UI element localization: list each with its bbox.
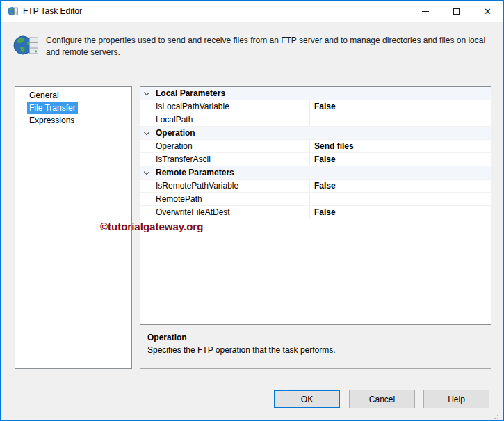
title-bar: FTP Task Editor ✕ bbox=[1, 1, 503, 22]
property-row[interactable]: OverwriteFileAtDestFalse bbox=[140, 206, 491, 219]
property-row[interactable]: OperationSend files bbox=[140, 140, 491, 153]
help-description: Specifies the FTP operation that the tas… bbox=[147, 345, 484, 355]
maximize-button[interactable] bbox=[441, 1, 472, 22]
help-button[interactable]: Help bbox=[423, 390, 489, 408]
category-label: Operation bbox=[153, 128, 195, 138]
sidebar-item-label: Expressions bbox=[27, 115, 76, 127]
property-value[interactable]: False bbox=[309, 180, 491, 192]
property-value[interactable]: False bbox=[309, 206, 491, 219]
category-gutter bbox=[140, 93, 153, 95]
sidebar-item-label: File Transfer bbox=[27, 102, 78, 114]
sidebar-item-general[interactable]: General bbox=[27, 90, 131, 102]
ftp-globe-icon bbox=[7, 6, 18, 17]
minimize-button[interactable] bbox=[409, 1, 441, 22]
property-row[interactable]: IsTransferAsciiFalse bbox=[140, 153, 491, 166]
property-name: RemotePath bbox=[153, 194, 309, 204]
ok-button[interactable]: OK bbox=[274, 390, 340, 408]
sidebar-item-label: General bbox=[27, 90, 61, 102]
dialog-header: Configure the properties used to send an… bbox=[13, 33, 499, 58]
property-name: Operation bbox=[153, 141, 309, 151]
property-row[interactable]: LocalPath bbox=[140, 113, 491, 127]
chevron-down-icon[interactable] bbox=[144, 89, 149, 95]
property-value[interactable]: False bbox=[309, 153, 491, 166]
property-name: IsRemotePathVariable bbox=[153, 181, 309, 191]
maximize-icon bbox=[453, 8, 460, 15]
property-value[interactable] bbox=[309, 193, 491, 205]
property-grid: Local ParametersIsLocalPathVariableFalse… bbox=[140, 86, 491, 325]
property-value[interactable]: False bbox=[309, 100, 491, 113]
sidebar-item-expressions[interactable]: Expressions bbox=[27, 115, 131, 127]
globe-server-icon bbox=[13, 33, 39, 58]
category-row[interactable]: Operation bbox=[140, 127, 491, 140]
category-gutter bbox=[140, 132, 153, 134]
property-row[interactable]: IsLocalPathVariableFalse bbox=[140, 100, 491, 113]
dialog-description: Configure the properties used to send an… bbox=[46, 33, 499, 58]
chevron-down-icon[interactable] bbox=[144, 168, 149, 174]
minimize-icon bbox=[422, 11, 429, 12]
resize-grip[interactable] bbox=[497, 415, 498, 416]
close-icon: ✕ bbox=[484, 7, 491, 16]
property-name: IsLocalPathVariable bbox=[153, 102, 309, 111]
caption-buttons: ✕ bbox=[409, 1, 503, 22]
property-value[interactable]: Send files bbox=[309, 140, 491, 152]
close-button[interactable]: ✕ bbox=[472, 1, 503, 22]
chevron-down-icon[interactable] bbox=[144, 129, 149, 134]
property-name: OverwriteFileAtDest bbox=[153, 207, 309, 217]
category-label: Remote Parameters bbox=[153, 168, 234, 177]
property-name: LocalPath bbox=[153, 115, 309, 125]
property-name: IsTransferAscii bbox=[153, 154, 309, 164]
window-title: FTP Task Editor bbox=[23, 6, 82, 16]
ftp-task-editor-dialog: FTP Task Editor ✕ Configure the properti… bbox=[0, 0, 504, 421]
property-row[interactable]: IsRemotePathVariableFalse bbox=[140, 180, 491, 193]
property-help-panel: Operation Specifies the FTP operation th… bbox=[140, 328, 491, 369]
help-title: Operation bbox=[147, 333, 484, 342]
property-value[interactable] bbox=[309, 113, 491, 126]
category-row[interactable]: Remote Parameters bbox=[140, 166, 491, 180]
cancel-button[interactable]: Cancel bbox=[349, 390, 415, 408]
sidebar-item-file-transfer[interactable]: File Transfer bbox=[27, 102, 131, 115]
category-label: Local Parameters bbox=[153, 88, 225, 98]
category-gutter bbox=[140, 172, 153, 174]
watermark-text: ©tutorialgateway.org bbox=[100, 221, 203, 232]
property-row[interactable]: RemotePath bbox=[140, 193, 491, 206]
category-row[interactable]: Local Parameters bbox=[140, 87, 491, 100]
